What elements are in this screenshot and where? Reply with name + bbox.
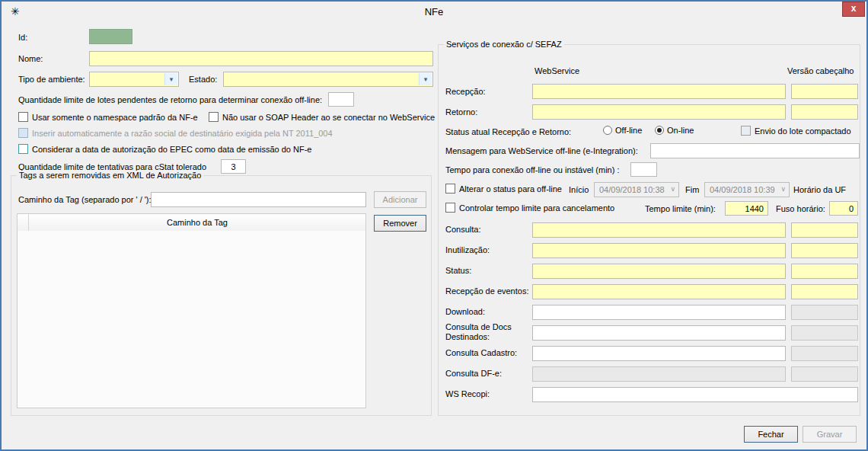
recepcao-versao-input[interactable] bbox=[791, 84, 858, 99]
radio-online[interactable]: On-line bbox=[655, 126, 694, 135]
webservice-column-header: WebService bbox=[535, 66, 579, 75]
radio-label: Off-line bbox=[615, 126, 642, 135]
tags-group-title: Tags a serem removidas em XML de Autoriz… bbox=[17, 171, 203, 180]
consulta-webservice-input[interactable] bbox=[532, 222, 786, 238]
recepcao-label: Recepção: bbox=[445, 87, 486, 96]
tempo-limite-label: Tempo limite (min): bbox=[645, 204, 716, 213]
checkbox-controlar-tempo[interactable]: Controlar tempo limite para cancelamento bbox=[445, 203, 614, 213]
grid-row-header bbox=[18, 214, 29, 231]
fuso-horario-label: Fuso horário: bbox=[776, 204, 825, 213]
checkbox-namespace-padrao[interactable]: Usar somente o namespace padrão da NF-e bbox=[18, 112, 198, 122]
status-webservice-input[interactable] bbox=[532, 264, 786, 279]
grid-column-header: Caminho da Tag bbox=[29, 214, 365, 231]
consulta-docs-versao-input bbox=[791, 325, 858, 341]
checkbox-alterar-offline[interactable]: Alterar o status para off-line bbox=[445, 184, 562, 194]
tipo-ambiente-select[interactable]: ▾ bbox=[89, 72, 179, 87]
checkbox-label: Inserir automaticamente a razão social d… bbox=[32, 129, 333, 138]
inicio-datetime-value: 04/09/2018 10:38 bbox=[599, 185, 665, 194]
tags-grid-body[interactable] bbox=[18, 231, 365, 408]
radio-label: On-line bbox=[667, 126, 694, 135]
tempo-conexao-input[interactable] bbox=[630, 162, 657, 177]
lotes-pendentes-label: Quantidade limite de lotes pendentes de … bbox=[18, 95, 322, 104]
ws-recopi-label: WS Recopi: bbox=[445, 389, 490, 398]
caminho-tag-input[interactable] bbox=[151, 192, 366, 207]
sefaz-group-title: Serviços de conexão c/ SEFAZ bbox=[444, 40, 564, 49]
caminho-tag-label: Caminho da Tag (separado por ' / '): bbox=[18, 195, 152, 204]
fuso-horario-input[interactable] bbox=[829, 201, 858, 216]
fim-datetime-picker: 04/09/2018 10:39 ∨ bbox=[704, 182, 790, 197]
tags-grid-header: Caminho da Tag bbox=[18, 214, 365, 232]
checkbox-box bbox=[741, 126, 751, 136]
inicio-datetime-picker: 04/09/2018 10:38 ∨ bbox=[594, 182, 679, 197]
mensagem-offline-input[interactable] bbox=[650, 143, 860, 158]
window-title: NFe bbox=[425, 6, 444, 18]
retorno-label: Retorno: bbox=[445, 107, 477, 117]
consulta-cadastro-webservice-input[interactable] bbox=[532, 346, 786, 361]
checkbox-label: Considerar a data de autorização do EPEC… bbox=[32, 145, 311, 154]
chevron-down-icon: ▾ bbox=[419, 73, 432, 85]
consulta-dfe-webservice-input bbox=[532, 366, 786, 382]
chevron-down-icon: ∨ bbox=[670, 185, 675, 193]
ws-recopi-input[interactable] bbox=[532, 387, 858, 402]
gravar-button: Gravar bbox=[803, 426, 857, 443]
checkbox-box bbox=[18, 112, 28, 122]
recepcao-webservice-input[interactable] bbox=[532, 84, 786, 99]
checkbox-epec[interactable]: Considerar a data de autorização do EPEC… bbox=[18, 144, 311, 154]
checkbox-box bbox=[18, 128, 28, 138]
chevron-down-icon: ∨ bbox=[780, 185, 786, 193]
inutilizacao-webservice-input[interactable] bbox=[532, 243, 786, 258]
checkbox-soap-header[interactable]: Não usar o SOAP Header ao se conectar no… bbox=[209, 112, 435, 122]
estado-select[interactable]: ▾ bbox=[223, 72, 433, 87]
consulta-cadastro-versao-input bbox=[791, 346, 858, 361]
adicionar-button: Adicionar bbox=[374, 191, 426, 208]
id-label: Id: bbox=[18, 33, 27, 42]
radio-circle bbox=[655, 126, 664, 135]
lotes-pendentes-input[interactable] bbox=[328, 92, 354, 107]
status-versao-input[interactable] bbox=[791, 264, 858, 279]
checkbox-envio-lote[interactable]: Envio do lote compactado bbox=[741, 126, 851, 136]
recepcao-eventos-versao-input[interactable] bbox=[791, 284, 858, 299]
retorno-webservice-input[interactable] bbox=[532, 104, 786, 120]
inutilizacao-label: Inutilização: bbox=[445, 245, 490, 254]
remover-button[interactable]: Remover bbox=[374, 215, 426, 232]
download-webservice-input[interactable] bbox=[532, 305, 786, 320]
checkbox-box bbox=[209, 112, 219, 122]
consulta-docs-label: Consulta de Docs Destinados: bbox=[445, 322, 531, 342]
adicionar-button-label: Adicionar bbox=[383, 195, 418, 204]
consulta-docs-webservice-input[interactable] bbox=[532, 325, 786, 341]
radio-offline[interactable]: Off-line bbox=[603, 126, 642, 135]
close-button[interactable]: x bbox=[842, 2, 865, 17]
gravar-button-label: Gravar bbox=[817, 430, 843, 439]
consulta-dfe-versao-input bbox=[791, 366, 858, 382]
close-icon: x bbox=[851, 3, 857, 14]
fechar-button[interactable]: Fechar bbox=[744, 426, 798, 443]
checkbox-box bbox=[445, 184, 455, 194]
status-atual-label: Status atual Recepção e Retorno: bbox=[445, 127, 571, 136]
recepcao-eventos-label: Recepção de eventos: bbox=[445, 286, 528, 296]
tipo-ambiente-label: Tipo de ambiente: bbox=[18, 75, 85, 84]
fim-datetime-value: 04/09/2018 10:39 bbox=[710, 185, 775, 194]
app-icon: ✳ bbox=[11, 6, 20, 17]
retorno-versao-input[interactable] bbox=[791, 104, 858, 120]
cstat-input[interactable] bbox=[221, 159, 246, 174]
id-field bbox=[89, 29, 132, 44]
consulta-versao-input[interactable] bbox=[791, 222, 858, 238]
tempo-limite-input[interactable] bbox=[725, 201, 768, 216]
mensagem-offline-label: Mensagem para WebService off-line (e-Int… bbox=[445, 146, 638, 155]
nfe-window: ✳ NFe x Id: Nome: Tipo de ambiente: ▾ Es… bbox=[0, 0, 868, 451]
nome-input[interactable] bbox=[89, 51, 433, 66]
recepcao-eventos-webservice-input[interactable] bbox=[532, 284, 786, 299]
download-label: Download: bbox=[445, 307, 485, 316]
inutilizacao-versao-input[interactable] bbox=[791, 243, 858, 258]
titlebar: ✳ NFe bbox=[2, 2, 866, 23]
remover-button-label: Remover bbox=[383, 219, 417, 228]
checkbox-label: Controlar tempo limite para cancelamento bbox=[459, 203, 614, 213]
versao-column-header: Versão cabeçalho bbox=[787, 66, 854, 75]
checkbox-box bbox=[18, 144, 28, 154]
fechar-button-label: Fechar bbox=[758, 430, 783, 439]
chevron-down-icon: ▾ bbox=[164, 73, 177, 85]
checkbox-label: Usar somente o namespace padrão da NF-e bbox=[32, 113, 198, 122]
radio-circle bbox=[603, 126, 612, 135]
consulta-cadastro-label: Consulta Cadastro: bbox=[445, 348, 517, 357]
status-label: Status: bbox=[445, 266, 471, 275]
